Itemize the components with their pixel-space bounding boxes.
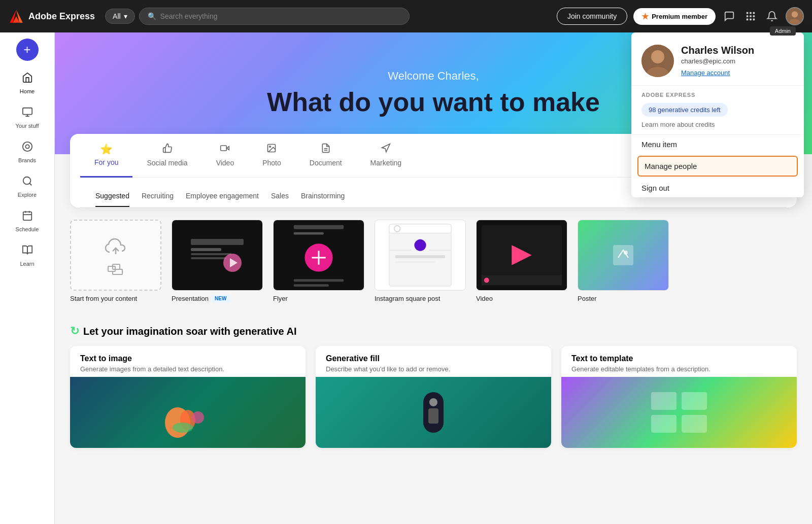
template-thumb-poster	[578, 220, 669, 291]
new-badge: NEW	[212, 295, 229, 302]
ai-section-title: ↻ Let your imagination soar with generat…	[70, 325, 797, 338]
cat-tab-sales[interactable]: Sales	[271, 188, 289, 207]
cat-tab-employee[interactable]: Employee engagement	[186, 188, 259, 207]
template-thumb-instagram	[375, 220, 466, 291]
svg-rect-11	[750, 19, 752, 21]
svg-rect-16	[22, 108, 31, 115]
document-icon	[321, 143, 331, 156]
join-community-button[interactable]: Join community	[557, 8, 627, 25]
apps-icon-button[interactable]	[743, 9, 758, 24]
svg-rect-49	[294, 284, 329, 287]
template-thumb-video	[476, 220, 567, 291]
ai-card-tti-image	[70, 377, 306, 448]
ai-card-gen-fill-header: Generative fill Describe what you'd like…	[316, 346, 551, 377]
video-visual	[477, 220, 567, 290]
svg-rect-73	[428, 408, 438, 424]
svg-rect-44	[294, 232, 324, 235]
sidebar-item-learn[interactable]: Learn	[5, 239, 50, 272]
svg-rect-4	[747, 12, 749, 14]
tab-social-media[interactable]: Social media	[132, 134, 201, 178]
user-avatar-button[interactable]	[786, 7, 804, 25]
svg-rect-8	[750, 15, 752, 17]
tab-video[interactable]: Video	[202, 134, 249, 178]
svg-point-66	[624, 251, 628, 255]
ai-card-gf-image	[316, 377, 551, 448]
schedule-icon	[22, 210, 33, 224]
svg-point-14	[792, 11, 798, 17]
svg-rect-62	[482, 275, 562, 286]
svg-rect-54	[395, 261, 435, 263]
ai-card-ttt-header: Text to template Generate editable templ…	[561, 346, 797, 377]
ai-icon: ↻	[70, 325, 79, 338]
upload-visual	[104, 234, 128, 276]
svg-rect-65	[613, 245, 633, 265]
ai-card-gf-title: Generative fill	[326, 354, 541, 363]
sign-out-button[interactable]: Sign out	[631, 179, 804, 197]
svg-rect-36	[191, 239, 244, 245]
premium-label: Premium member	[652, 13, 707, 20]
comments-icon-button[interactable]	[722, 9, 737, 24]
template-card-poster[interactable]: Poster	[578, 220, 669, 302]
svg-point-63	[484, 278, 489, 283]
sidebar-item-schedule[interactable]: Schedule	[5, 205, 50, 237]
ai-section: ↻ Let your imagination soar with generat…	[55, 315, 812, 458]
dropdown-avatar	[641, 45, 674, 77]
cat-tab-brainstorming[interactable]: Brainstorming	[301, 188, 345, 207]
dropdown-user-name: Charles Wilson	[681, 45, 794, 56]
ai-card-text-to-image[interactable]: Text to image Generate images from a det…	[70, 346, 306, 448]
sidebar-item-your-stuff[interactable]: Your stuff	[5, 101, 50, 134]
tab-photo[interactable]: Photo	[248, 134, 295, 178]
ai-card-ttt-desc: Generate editable templates from a descr…	[571, 365, 787, 373]
sidebar-item-explore[interactable]: Explore	[5, 170, 50, 203]
notifications-icon-button[interactable]	[764, 9, 780, 24]
admin-badge: Admin	[770, 26, 796, 36]
logo-area: Adobe Express	[8, 8, 95, 24]
tab-for-you[interactable]: ⭐ For you	[80, 134, 132, 178]
sidebar-learn-label: Learn	[20, 261, 34, 267]
template-card-video[interactable]: Video	[476, 220, 567, 302]
sidebar-item-brands[interactable]: Brands	[5, 136, 50, 168]
presentation-visual	[172, 220, 262, 290]
cat-tab-suggested[interactable]: Suggested	[95, 188, 129, 207]
premium-member-button[interactable]: ★ Premium member	[633, 8, 716, 25]
dropdown-section-label: ADOBE EXPRESS	[641, 92, 794, 98]
svg-rect-77	[682, 415, 707, 433]
svg-rect-7	[747, 15, 749, 17]
template-thumb-upload	[70, 220, 161, 291]
template-label-instagram: Instagram square post	[375, 295, 466, 302]
sidebar-explore-label: Explore	[18, 192, 37, 198]
sidebar-item-home[interactable]: Home	[5, 67, 50, 99]
dropdown-menu-item[interactable]: Menu item	[631, 135, 804, 154]
video-icon	[220, 143, 230, 156]
svg-rect-43	[294, 225, 344, 229]
sidebar-your-stuff-label: Your stuff	[16, 123, 39, 129]
template-card-flyer[interactable]: Flyer	[273, 220, 364, 302]
sidebar-home-label: Home	[20, 88, 35, 94]
svg-rect-48	[294, 279, 344, 282]
home-icon	[22, 72, 33, 86]
avatar-image	[787, 8, 803, 24]
credits-learn-link[interactable]: Learn more about credits	[641, 121, 794, 128]
cat-tab-recruiting[interactable]: Recruiting	[142, 188, 174, 207]
search-type-select[interactable]: All ▾	[105, 9, 135, 24]
tab-video-label: Video	[216, 159, 234, 167]
search-bar[interactable]: 🔍 Search everything	[139, 8, 410, 25]
hero-title-text: What do you want to make	[267, 87, 600, 117]
template-card-instagram[interactable]: Instagram square post	[375, 220, 466, 302]
templates-grid: Start from your content	[70, 220, 797, 302]
template-card-start-from-content[interactable]: Start from your content	[70, 220, 161, 302]
manage-account-link[interactable]: Manage account	[681, 69, 730, 77]
template-card-presentation[interactable]: Presentation NEW	[172, 220, 263, 302]
tab-marketing[interactable]: Marketing	[356, 134, 416, 178]
manage-people-button[interactable]: Manage people	[637, 156, 798, 177]
tab-for-you-label: For you	[94, 158, 118, 166]
learn-icon	[22, 244, 33, 259]
template-label-video: Video	[476, 295, 567, 302]
ai-card-text-to-template[interactable]: Text to template Generate editable templ…	[561, 346, 797, 448]
ai-card-generative-fill[interactable]: Generative fill Describe what you'd like…	[316, 346, 551, 448]
add-button[interactable]: +	[16, 39, 39, 61]
svg-rect-74	[651, 392, 676, 410]
tab-photo-label: Photo	[262, 159, 281, 167]
svg-rect-39	[191, 257, 226, 259]
tab-document[interactable]: Document	[295, 134, 356, 178]
